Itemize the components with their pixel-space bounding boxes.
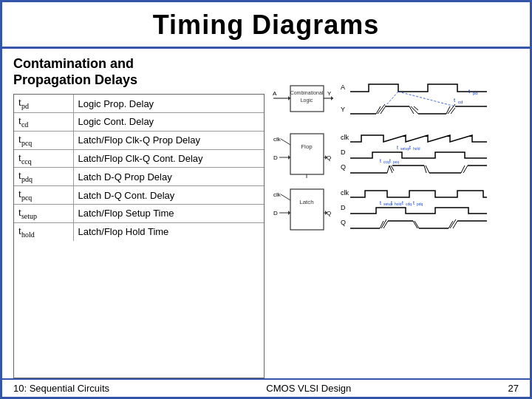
svg-line-96 <box>453 221 457 228</box>
left-panel: Contamination andPropagation Delays tpd … <box>13 56 265 378</box>
svg-rect-31 <box>290 134 324 174</box>
svg-text:Combinational: Combinational <box>290 90 324 95</box>
svg-text:Flop: Flop <box>301 143 313 150</box>
svg-text:t: t <box>389 158 391 163</box>
table-container: tpd Logic Prop. Delay tcd Logic Cont. De… <box>13 94 265 378</box>
svg-text:clk: clk <box>341 189 349 197</box>
svg-line-21 <box>446 106 450 114</box>
symbol-cell: tpdq <box>14 168 73 186</box>
diagram-right-1: A Y <box>339 78 519 126</box>
svg-text:t: t <box>409 145 411 150</box>
diagram-left-2: Flop clk D Q <box>272 130 335 178</box>
svg-text:A: A <box>341 83 345 91</box>
table-row: thold Latch/Flop Hold Time <box>14 222 264 240</box>
symbol-cell: tpcq <box>14 131 73 149</box>
diagram-block-2: Flop clk D Q <box>272 130 519 181</box>
svg-text:pdq: pdq <box>417 202 423 206</box>
svg-text:pd: pd <box>473 91 478 95</box>
table-row: tpd Logic Prop. Delay <box>14 95 264 112</box>
svg-text:Latch: Latch <box>299 199 314 205</box>
svg-line-15 <box>381 107 385 114</box>
subtitle: Contamination andPropagation Delays <box>13 56 265 88</box>
desc-cell: Latch/Flop Hold Time <box>73 222 264 240</box>
footer-right: 27 <box>508 383 519 394</box>
table-row: tpcq Latch D-Q Cont. Delay <box>14 186 264 205</box>
svg-text:cdq: cdq <box>406 202 412 206</box>
svg-text:D: D <box>341 149 346 156</box>
table-row: tpdq Latch D-Q Prop Delay <box>14 168 264 186</box>
diagram-right-2: clk D Q t setup t hold <box>339 130 519 181</box>
svg-text:clk: clk <box>341 134 349 141</box>
svg-text:t: t <box>397 145 398 150</box>
diagram-left-1: Combinational Logic A Y <box>272 78 335 123</box>
timing-waveform-1: A Y <box>339 78 509 123</box>
table-row: tcd Logic Cont. Delay <box>14 112 264 131</box>
symbol-cell: tccq <box>14 149 73 168</box>
table-row: tccq Latch/Flop Clk-Q Cont. Delay <box>14 149 264 168</box>
svg-line-29 <box>385 92 398 106</box>
latch-box: Latch clk D Q <box>272 185 335 233</box>
svg-text:Q: Q <box>341 163 346 171</box>
svg-text:clk: clk <box>273 191 282 198</box>
diagram-right-3: clk D Q t setup t hold t p <box>339 185 519 236</box>
slide-title: Timing Diagrams <box>17 10 515 41</box>
diagram-block-1: Combinational Logic A Y <box>272 78 519 126</box>
table-row: tsetup Latch/Flop Setup Time <box>14 204 264 222</box>
desc-cell: Logic Cont. Delay <box>73 112 264 131</box>
svg-text:t: t <box>454 97 456 103</box>
svg-rect-65 <box>290 189 324 230</box>
desc-cell: Latch D-Q Cont. Delay <box>73 186 264 205</box>
svg-text:setup: setup <box>400 146 409 151</box>
symbol-cell: tsetup <box>14 204 73 222</box>
svg-text:D: D <box>341 204 346 211</box>
svg-text:t: t <box>413 200 415 205</box>
timing-waveform-2: clk D Q t setup t hold <box>339 130 509 178</box>
svg-text:Y: Y <box>327 90 332 97</box>
svg-text:Logic: Logic <box>301 98 313 103</box>
diagram-left-3: Latch clk D Q <box>272 185 335 233</box>
slide: Timing Diagrams Contamination andPropaga… <box>0 0 532 399</box>
timing-table: tpd Logic Prop. Delay tcd Logic Cont. De… <box>14 95 264 240</box>
svg-text:A: A <box>273 90 277 97</box>
svg-text:D: D <box>273 210 278 216</box>
svg-text:t: t <box>391 200 392 205</box>
symbol-cell: tpd <box>14 95 73 112</box>
svg-line-68 <box>281 194 290 200</box>
timing-waveform-3: clk D Q t setup t hold t p <box>339 185 509 233</box>
svg-text:t: t <box>402 200 403 205</box>
svg-marker-6 <box>331 96 333 100</box>
svg-text:hold: hold <box>395 202 402 206</box>
svg-text:D: D <box>273 154 278 161</box>
table-row: tpcq Latch/Flop Clk-Q Prop Delay <box>14 131 264 149</box>
svg-line-30 <box>398 92 455 106</box>
svg-text:clk: clk <box>273 136 282 143</box>
combinational-logic-box: Combinational Logic A Y <box>272 78 335 123</box>
right-panel: Combinational Logic A Y <box>272 56 519 378</box>
svg-text:t: t <box>380 200 381 205</box>
symbol-cell: thold <box>14 222 73 240</box>
symbol-cell: tpcq <box>14 186 73 205</box>
footer: 10: Sequential Circuits CMOS VLSI Design… <box>2 378 530 397</box>
svg-line-89 <box>383 221 388 228</box>
symbol-cell: tcd <box>14 112 73 131</box>
content-area: Contamination andPropagation Delays tpd … <box>2 49 530 378</box>
footer-center: CMOS VLSI Design <box>266 383 351 394</box>
diagram-block-3: Latch clk D Q <box>272 185 519 236</box>
svg-text:Q: Q <box>341 219 346 226</box>
svg-text:hold: hold <box>413 146 420 151</box>
svg-text:t: t <box>380 158 381 163</box>
title-bar: Timing Diagrams <box>2 2 530 49</box>
desc-cell: Latch/Flop Setup Time <box>73 204 264 222</box>
footer-left: 10: Sequential Circuits <box>13 383 109 394</box>
svg-line-35 <box>281 139 290 145</box>
desc-cell: Latch/Flop Clk-Q Prop Delay <box>73 131 264 149</box>
svg-text:pcq: pcq <box>393 160 399 164</box>
desc-cell: Logic Prop. Delay <box>73 95 264 112</box>
desc-cell: Latch D-Q Prop Delay <box>73 168 264 186</box>
flop-box: Flop clk D Q <box>272 130 335 178</box>
desc-cell: Latch/Flop Clk-Q Cont. Delay <box>73 149 264 168</box>
svg-text:cd: cd <box>458 100 463 104</box>
svg-text:ccq: ccq <box>383 160 389 164</box>
svg-line-50 <box>387 166 389 173</box>
svg-text:Y: Y <box>341 106 345 113</box>
